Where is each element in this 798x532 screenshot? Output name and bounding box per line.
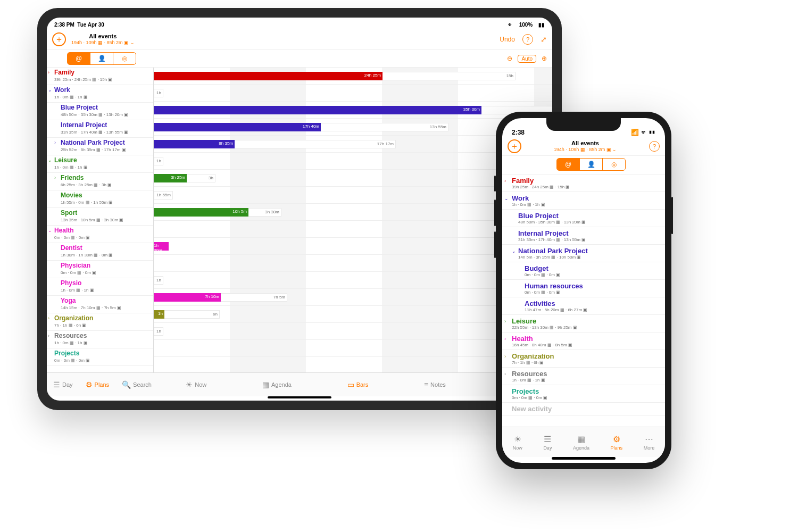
phone-category-row[interactable]: Internal Project31h 35m · 17h 40m ▦ · 13… <box>502 227 665 245</box>
tab-label: Notes <box>430 381 446 388</box>
phone-category-row[interactable]: Blue Project48h 50m · 35h 30m ▦ · 13h 20… <box>502 210 665 227</box>
bar[interactable]: 1h 30m <box>154 242 169 251</box>
phone-category-summary: 22h 55m · 13h 30m ▦ · 9h 25m ▣ <box>512 325 661 330</box>
tab-notes[interactable]: ≡Notes <box>418 380 452 389</box>
phone-add-button[interactable]: ＋ <box>508 139 521 153</box>
category-row[interactable]: ›Organization7h · 1h ▦ · 6h ▣ <box>47 313 153 331</box>
phone-help-icon[interactable]: ? <box>649 141 660 152</box>
phone-category-name: Projects <box>512 387 661 395</box>
chevron-icon[interactable]: › <box>504 319 506 324</box>
phone-seg-at-icon[interactable]: @ <box>557 159 580 170</box>
seg-ring-icon[interactable]: ◎ <box>113 53 136 64</box>
chevron-icon[interactable]: ⌄ <box>48 157 52 164</box>
tab-day[interactable]: ☰Day <box>543 434 552 451</box>
category-row[interactable]: ›Resources1h · 0m ▦ · 1h ▣ <box>47 331 153 348</box>
phone-category-row[interactable]: ›Organization7h · 1h ▦ · 6h ▣ <box>502 350 665 368</box>
tab-label: Agenda <box>271 381 292 388</box>
bar[interactable]: 3h 25m3h <box>154 174 215 182</box>
category-row[interactable]: Blue Project48h 50m · 35h 30m ▦ · 13h 20… <box>47 103 153 120</box>
category-row[interactable]: ⌄Work1h · 0m ▦ · 1h ▣ <box>47 85 153 103</box>
bar[interactable]: 1h <box>154 276 163 285</box>
phone-category-summary: 16h 45m · 8h 40m ▦ · 8h 5m ▣ <box>512 343 661 347</box>
zoom-out-icon[interactable]: ⊖ <box>507 55 512 62</box>
bar[interactable]: 35h 30m <box>154 106 552 114</box>
bar-fill-label: 17h 40m <box>303 124 319 129</box>
bar[interactable]: 24h 25m15h <box>154 72 516 80</box>
chevron-icon[interactable]: › <box>54 174 56 181</box>
category-row[interactable]: Physician0m · 0m ▦ · 0m ▣ <box>47 261 153 278</box>
bar[interactable]: 1h <box>154 157 163 165</box>
bar[interactable]: 17h 40m13h 55m <box>154 123 448 131</box>
add-button[interactable]: ＋ <box>52 32 66 46</box>
category-row[interactable]: Movies1h 55m · 0m ▦ · 1h 55m ▣ <box>47 190 153 208</box>
tab-search[interactable]: 🔍Search <box>115 380 158 389</box>
chevron-icon[interactable]: › <box>504 371 506 377</box>
zoom-auto-button[interactable]: Auto <box>518 55 536 63</box>
seg-at-icon[interactable]: @ <box>68 53 90 64</box>
seg-person-icon[interactable]: 👤 <box>90 53 113 64</box>
tab-plans[interactable]: ⚙Plans <box>79 380 116 389</box>
phone-category-row[interactable]: ›Family39h 25m · 24h 25m ▦ · 15h ▣ <box>502 174 665 192</box>
phone-category-row[interactable]: ⌄National Park Project14h 5m · 3h 15m ▦ … <box>502 245 665 262</box>
wifi-icon: ᯤ <box>641 129 647 136</box>
chevron-icon[interactable]: ⌄ <box>48 227 52 234</box>
chevron-icon[interactable]: › <box>504 336 506 342</box>
phone-seg-ring-icon[interactable]: ◎ <box>603 159 625 170</box>
phone-seg-person-icon[interactable]: 👤 <box>580 159 603 170</box>
phone-category-row[interactable]: ›Resources1h · 0m ▦ · 1h ▣ <box>502 368 665 385</box>
phone-category-row[interactable]: Projects0m · 0m ▦ · 0m ▣ <box>502 385 665 403</box>
category-row[interactable]: Projects0m · 0m ▦ · 0m ▣ <box>47 348 153 366</box>
bar[interactable]: 1h 55m <box>154 191 173 200</box>
phone-category-row[interactable]: Activities11h 47m · 5h 20m ▦ · 6h 27m ▣ <box>502 297 665 315</box>
bar[interactable]: 10h 5m3h 30m <box>154 208 281 217</box>
category-row[interactable]: Yoga14h 15m · 7h 10m ▦ · 7h 5m ▣ <box>47 296 153 313</box>
category-row[interactable]: Dentist1h 30m · 1h 30m ▦ · 0m ▣ <box>47 243 153 261</box>
tab-agenda[interactable]: ▦Agenda <box>256 380 298 389</box>
category-row[interactable]: Sport13h 35m · 10h 5m ▦ · 3h 30m ▣ <box>47 208 153 226</box>
chevron-icon[interactable]: › <box>48 332 49 339</box>
zoom-in-icon[interactable]: ⊕ <box>542 55 547 62</box>
tab-icon: ▦ <box>577 434 585 444</box>
tab-bars[interactable]: ▭Bars <box>341 380 375 389</box>
category-row[interactable]: ›Friends6h 25m · 3h 25m ▦ · 3h ▣ <box>47 173 153 190</box>
tab-icon: ≡ <box>424 380 428 389</box>
phone-category-row[interactable]: ›Health16h 45m · 8h 40m ▦ · 8h 5m ▣ <box>502 332 665 350</box>
chevron-icon[interactable]: › <box>504 354 506 359</box>
phone-category-row[interactable]: Budget0m · 0m ▦ · 0m ▣ <box>502 262 665 280</box>
category-row[interactable]: Physio1h · 0m ▦ · 1h ▣ <box>47 278 153 296</box>
bar[interactable]: 1h <box>154 327 163 336</box>
category-row[interactable]: ›National Park Project25h 52m · 8h 35m ▦… <box>47 138 153 155</box>
phone-category-row[interactable]: ⌄Work1h · 0m ▦ · 1h ▣ <box>502 192 665 210</box>
bar[interactable]: 1h6h <box>154 310 220 319</box>
phone-category-row[interactable]: Human resources0m · 0m ▦ · 0m ▣ <box>502 280 665 297</box>
bar-fill-label: 24h 25m <box>364 73 381 78</box>
bar[interactable]: 8h 35m17h 17m <box>154 140 396 148</box>
bar-fill: 8h 35m <box>154 140 235 148</box>
chevron-icon[interactable]: › <box>54 139 56 146</box>
expand-icon[interactable]: ⤢ <box>541 35 547 44</box>
category-row[interactable]: ⌄Leisure1h · 0m ▦ · 1h ▣ <box>47 155 153 173</box>
title-block[interactable]: All events 194h · 109h ▦ · 85h 2m ▣ ⌄ <box>71 33 135 46</box>
phone-category-row[interactable]: New activity <box>502 403 665 415</box>
tab-agenda[interactable]: ▦Agenda <box>573 434 589 451</box>
tab-plans[interactable]: ⚙Plans <box>611 434 623 451</box>
chevron-icon[interactable]: › <box>504 178 506 184</box>
undo-button[interactable]: Undo <box>500 36 515 43</box>
tab-more[interactable]: ⋯More <box>644 434 655 451</box>
tab-now[interactable]: ☀Now <box>513 434 522 451</box>
chevron-icon[interactable]: ⌄ <box>512 248 516 254</box>
tab-now[interactable]: ☀Now <box>179 380 213 389</box>
category-row[interactable]: ›Family39h 25m · 24h 25m ▦ · 15h ▣ <box>47 68 153 85</box>
category-row[interactable]: ⌄Health0m · 0m ▦ · 0m ▣ <box>47 226 153 243</box>
bar[interactable]: 1h <box>154 89 163 97</box>
category-row[interactable]: Internal Project31h 35m · 17h 40m ▦ · 13… <box>47 120 153 138</box>
bar[interactable]: 7h 10m7h 5m <box>154 293 287 302</box>
chevron-icon[interactable]: › <box>48 69 49 76</box>
phone-category-row[interactable]: ›Leisure22h 55m · 13h 30m ▦ · 9h 25m ▣ <box>502 315 665 332</box>
bar-row: 1h <box>154 85 552 102</box>
chevron-icon[interactable]: ⌄ <box>504 196 509 201</box>
chevron-icon[interactable]: ⌄ <box>48 87 52 94</box>
help-icon[interactable]: ? <box>522 34 533 45</box>
tab-day[interactable]: ☰Day <box>47 380 79 389</box>
chevron-icon[interactable]: › <box>48 315 49 322</box>
